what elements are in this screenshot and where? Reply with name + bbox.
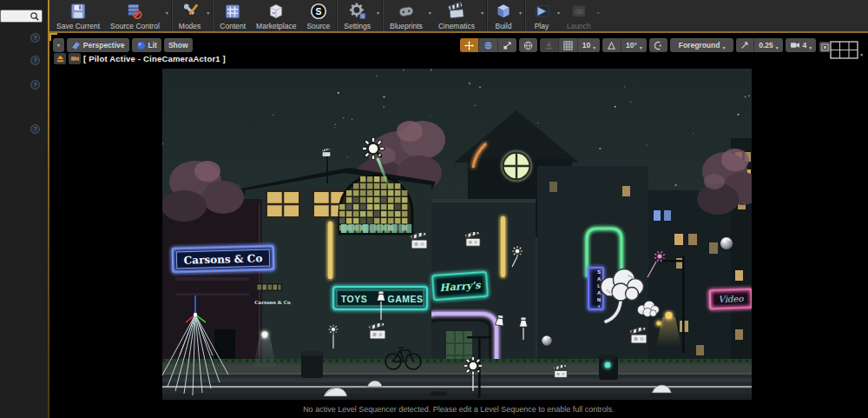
play-button[interactable]: Play ▾ (527, 0, 562, 31)
angle-icon (607, 41, 616, 50)
grid-snap-value-button[interactable]: 10 ▾ (578, 38, 600, 52)
marketplace-box-icon (266, 2, 286, 21)
yellow-neon-bar[interactable] (328, 222, 332, 279)
scale-snap-icon (654, 41, 663, 50)
cube-icon (494, 2, 513, 21)
toys-text: TOYS (341, 294, 367, 304)
cinematics-button[interactable]: Cinematics ▾ (433, 0, 485, 31)
search-input[interactable] (0, 10, 43, 23)
reflection-sphere-sprite[interactable] (720, 236, 733, 249)
source-button[interactable]: S Source (301, 0, 335, 31)
viewport-toolbar-right: 10 ▾ 10° ▾ Foreground ▾ (460, 38, 816, 52)
spotlight-sprite[interactable] (519, 317, 527, 327)
perspective-button[interactable]: Perspective (67, 38, 129, 52)
chevron-down-icon[interactable]: ▾ (207, 10, 209, 16)
camera-list-button[interactable]: 4 ▾ (786, 38, 817, 52)
toolbar-label: Save Current (56, 22, 100, 30)
sidebar-circle-icon[interactable]: ? (30, 56, 40, 65)
modes-button[interactable]: Modes ▾ (174, 0, 212, 31)
speed-arrow-icon (740, 41, 749, 50)
blue-window (664, 210, 671, 221)
sidebar-circle-icon[interactable]: ? (30, 80, 40, 90)
camera-speed-value-button[interactable]: 0.25 ▾ (754, 38, 782, 52)
rotate-tool-button[interactable] (479, 38, 497, 52)
settings-button[interactable]: Settings ▾ (339, 0, 381, 31)
point-light-sprite[interactable] (464, 357, 483, 375)
chevron-down-icon: ▾ (860, 52, 863, 57)
carsons-sign[interactable]: Carsons & Co (173, 246, 274, 272)
video-sign-text: Video (719, 294, 745, 304)
pilot-camera-button[interactable] (69, 53, 81, 64)
eject-icon (56, 54, 65, 63)
chevron-down-icon[interactable]: ▾ (166, 10, 168, 16)
reflection-sphere-sprite[interactable] (542, 335, 553, 347)
rotate-icon (483, 41, 493, 50)
chevron-down-icon[interactable]: ▾ (429, 10, 431, 16)
teal-light-dot (605, 362, 610, 368)
yellow-neon-bar[interactable] (501, 216, 505, 277)
toolbar-separator (336, 0, 338, 31)
toolbar-label: Cinematics (438, 22, 475, 30)
video-sign[interactable]: Video (710, 289, 752, 309)
translate-tool-button[interactable] (460, 38, 478, 52)
viewport-options-button[interactable]: ▾ (53, 38, 64, 52)
games-text: GAMES (387, 294, 423, 304)
carsons-sign-text: Carsons & Co (184, 252, 263, 266)
viewport-layout-button[interactable]: ▾ (830, 41, 863, 59)
toolbar-label: Source Control (110, 22, 160, 30)
viewport-toolbar-left: ▾ Perspective Lit Show (53, 38, 193, 52)
harrys-sign[interactable]: Harry's (432, 272, 488, 300)
maximize-icon (821, 43, 829, 51)
camera-count: 4 (803, 41, 807, 50)
build-button[interactable]: Build ▾ (489, 0, 523, 31)
surface-snap-button[interactable] (540, 38, 558, 52)
layer-filter-button[interactable]: Foreground ▾ (670, 38, 733, 52)
toolbar-label: Content (220, 22, 246, 30)
rotation-snap-button[interactable] (602, 38, 621, 52)
blueprints-button[interactable]: Blueprints ▾ (385, 0, 433, 31)
toolbar-separator (171, 0, 173, 31)
directional-light-sprite[interactable] (362, 137, 384, 159)
chevron-down-icon[interactable]: ▾ (481, 10, 483, 16)
scale-tool-button[interactable] (498, 38, 516, 52)
gear-icon (348, 2, 367, 21)
source-control-icon (125, 2, 144, 21)
chevron-down-icon: ▾ (722, 45, 725, 50)
clapperboard-icon (447, 2, 466, 21)
show-button[interactable]: Show (164, 38, 193, 52)
content-grid-icon (223, 2, 242, 21)
show-label: Show (168, 41, 188, 50)
toolbar-label: Settings (344, 22, 371, 30)
scene-render-area[interactable]: SALANI (162, 69, 752, 400)
lit-mode-button[interactable]: Lit (132, 38, 161, 52)
level-scene[interactable]: SALANI (162, 69, 752, 400)
sidebar-circle-icon[interactable]: ? (30, 124, 40, 134)
rotation-snap-value-button[interactable]: 10° ▾ (621, 38, 647, 52)
chevron-down-icon[interactable]: ▾ (557, 10, 560, 16)
scale-snap-button[interactable] (649, 38, 667, 52)
marketplace-button[interactable]: Marketplace (251, 0, 301, 31)
camera-speed-button[interactable] (736, 38, 753, 52)
launch-icon (569, 2, 589, 21)
point-light-sprite[interactable] (329, 325, 339, 335)
manhole (430, 391, 447, 395)
chevron-down-icon: ▾ (57, 43, 60, 48)
spotlight-sprite[interactable] (377, 291, 385, 301)
launch-button: Launch ▾ (562, 0, 602, 31)
content-button[interactable]: Content (214, 0, 251, 31)
lit-sphere-icon (136, 41, 146, 50)
world-local-toggle-button[interactable] (519, 38, 537, 52)
play-icon (532, 2, 551, 21)
level-viewport[interactable]: ▾ Perspective Lit Show (49, 33, 868, 418)
pilot-camera-icon (70, 54, 80, 63)
trash-bin[interactable] (300, 351, 324, 379)
sidebar-circle-icon[interactable]: ? (30, 33, 40, 43)
grid-snap-button[interactable] (559, 38, 577, 52)
save-current-button[interactable]: Save Current (51, 0, 105, 31)
immersive-mode-button[interactable] (819, 42, 830, 52)
point-light-sprite[interactable] (512, 246, 523, 256)
chevron-down-icon[interactable]: ▾ (519, 10, 522, 16)
stop-piloting-button[interactable] (54, 53, 66, 64)
chevron-down-icon[interactable]: ▾ (377, 10, 379, 16)
source-control-button[interactable]: Source Control ▾ (105, 0, 170, 31)
